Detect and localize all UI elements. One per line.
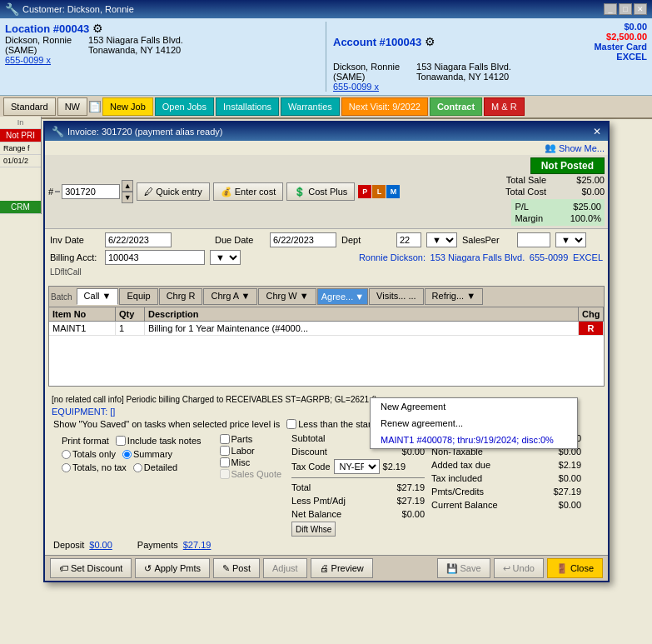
summary-rb[interactable]	[122, 450, 132, 459]
table-row[interactable]: MAINT1 1 Billing for 1 Year Maintenance …	[49, 322, 604, 336]
plm-p-badge[interactable]: P	[358, 185, 371, 198]
plm-m-badge[interactable]: M	[386, 185, 400, 198]
salesperson-dropdown[interactable]: ▼	[555, 232, 586, 247]
cell-desc: Billing for 1 Year Maintenance (#4000...	[145, 322, 579, 335]
inv-date-input[interactable]	[105, 232, 172, 247]
quick-entry-btn[interactable]: 🖊 Quick entry	[137, 182, 210, 201]
location-title[interactable]: Location #00043	[5, 22, 89, 35]
parts-check[interactable]: Parts	[220, 434, 282, 444]
inv-up-btn[interactable]: ▲	[122, 180, 133, 192]
preview-btn[interactable]: 🖨 Preview	[311, 558, 373, 578]
less-pmt-row: Less Pmt/Adj $27.19	[291, 495, 425, 507]
set-discount-btn[interactable]: 🏷 Set Discount	[50, 558, 132, 578]
invoice-number-input[interactable]	[62, 184, 120, 199]
undo-btn[interactable]: ↩ Undo	[494, 558, 544, 578]
billing-acct-input[interactable]	[105, 250, 205, 265]
detailed-radio[interactable]: Detailed	[133, 462, 177, 472]
contract-btn[interactable]: Contract	[430, 97, 482, 116]
location-phone[interactable]: 655-0099 x	[5, 55, 319, 65]
next-visit-btn[interactable]: Next Visit: 9/2022	[341, 97, 428, 116]
salesperson-input[interactable]	[517, 232, 550, 247]
summary-radio[interactable]: Summary	[122, 449, 172, 459]
tab-chrg-r[interactable]: Chrg R	[159, 288, 203, 305]
amount-2500: $2,500.00	[594, 32, 647, 42]
totals-only-rb[interactable]	[62, 450, 71, 459]
misc-cb[interactable]	[220, 457, 230, 467]
subtotal-label: Subtotal	[291, 433, 325, 443]
inv-down-btn[interactable]: ▼	[122, 192, 133, 203]
tab-refrig[interactable]: Refrig... ▼	[425, 288, 483, 305]
misc-check[interactable]: Misc	[220, 457, 282, 467]
discount-label: Discount	[291, 447, 327, 457]
account-phone[interactable]: 655-0099 x	[333, 82, 647, 92]
renew-agreement-item[interactable]: Renew agreement...	[371, 415, 577, 432]
customer-info: Ronnie Dickson: 153 Niagara Falls Blvd. …	[359, 252, 603, 262]
dept-label: Dept	[341, 235, 391, 245]
labor-check[interactable]: Labor	[220, 446, 282, 456]
standard-btn[interactable]: Standard	[3, 97, 56, 116]
adjust-btn[interactable]: Adjust	[263, 558, 307, 578]
due-date-label: Due Date	[215, 235, 265, 245]
post-btn[interactable]: ✎ Post	[213, 558, 260, 578]
labor-cb[interactable]	[220, 446, 230, 456]
dept-input[interactable]	[396, 232, 421, 247]
sales-quote-check[interactable]: Sales Quote	[220, 469, 282, 479]
tab-call[interactable]: Call ▼	[77, 288, 119, 305]
tab-equip[interactable]: Equip	[119, 288, 157, 305]
new-agreement-item[interactable]: New Agreement	[371, 398, 577, 415]
dialog-close-btn[interactable]: 🚪 Close	[547, 558, 603, 578]
parts-cb[interactable]	[220, 434, 230, 444]
tax-amount: $2.19	[383, 462, 406, 472]
close-window-btn[interactable]: ✕	[634, 3, 647, 15]
post-icon: ✎	[222, 563, 230, 574]
added-tax-row: Added tax due $2.19	[431, 459, 581, 471]
col-header-desc: Description	[145, 307, 579, 321]
crm-label: CRM	[0, 201, 41, 214]
include-task-notes-cb[interactable]	[116, 436, 126, 446]
save-btn[interactable]: 💾 Save	[437, 558, 490, 578]
apply-pmts-btn[interactable]: ↺ Apply Pmts	[135, 558, 210, 578]
account-icon[interactable]: ⚙	[425, 35, 435, 48]
new-job-btn[interactable]: New Job	[102, 97, 153, 116]
billing-acct-dropdown[interactable]: ▼	[210, 250, 241, 265]
due-date-input[interactable]	[270, 232, 336, 247]
tab-visits[interactable]: Visits... ...	[369, 288, 424, 305]
cost-plus-btn[interactable]: 💲 Cost Plus	[286, 182, 355, 201]
window-title: Customer: Dickson, Ronnie	[22, 4, 134, 14]
account-title[interactable]: Account #100043	[333, 36, 421, 48]
mar-btn[interactable]: M & R	[484, 97, 525, 116]
include-task-notes-check[interactable]: Include task notes	[116, 436, 202, 446]
current-balance-label: Current Balance	[431, 500, 498, 510]
enter-cost-btn[interactable]: 💰 Enter cost	[213, 182, 284, 201]
maint1-info-item[interactable]: MAINT1 #400078; thru:9/19/2024; disc:0%	[371, 432, 577, 448]
totals-only-radio[interactable]: Totals only	[62, 449, 116, 459]
minimize-btn[interactable]: _	[604, 3, 617, 15]
tab-chrg-w[interactable]: Chrg W ▼	[258, 288, 316, 305]
totals-no-tax-radio[interactable]: Totals, no tax	[62, 462, 127, 472]
invoice-dialog: 🔧 Invoice: 301720 (payment alias ready) …	[43, 121, 610, 582]
net-balance-row: Net Balance $0.00	[291, 508, 425, 520]
show-me-btn[interactable]: 👥 Show Me...	[545, 142, 605, 153]
location-icon[interactable]: ⚙	[92, 22, 103, 35]
installations-btn[interactable]: Installations	[216, 97, 279, 116]
nw-btn[interactable]: NW	[57, 97, 87, 116]
print-section: Print format Include task notes Totals o…	[53, 432, 210, 537]
account-info: Dickson, Ronnie (SAME) 153 Niagara Falls…	[333, 62, 647, 82]
detailed-rb[interactable]	[133, 463, 142, 472]
plm-l-badge[interactable]: L	[372, 185, 386, 198]
warranties-btn[interactable]: Warranties	[281, 97, 340, 116]
maximize-btn[interactable]: □	[619, 3, 632, 15]
open-jobs-btn[interactable]: Open Jobs	[155, 97, 214, 116]
dift-whse-btn[interactable]: Dift Whse	[291, 522, 336, 537]
doc-icon[interactable]: 📄	[89, 101, 101, 112]
less-standard-checkbox[interactable]	[286, 419, 296, 429]
tab-agree[interactable]: Agree... ▼	[317, 288, 368, 305]
invoice-close-btn[interactable]: ✕	[593, 126, 601, 137]
totals-no-tax-rb[interactable]	[62, 463, 71, 472]
in-label: In	[0, 117, 41, 129]
tax-code-select[interactable]: NY-ER	[334, 459, 380, 474]
tab-chrg-a[interactable]: Chrg A ▼	[203, 288, 257, 305]
dept-dropdown[interactable]: ▼	[426, 232, 457, 247]
bottom-toolbar: 🏷 Set Discount ↺ Apply Pmts ✎ Post Adjus…	[45, 555, 608, 581]
inv-spinner-up[interactable]	[55, 191, 60, 192]
